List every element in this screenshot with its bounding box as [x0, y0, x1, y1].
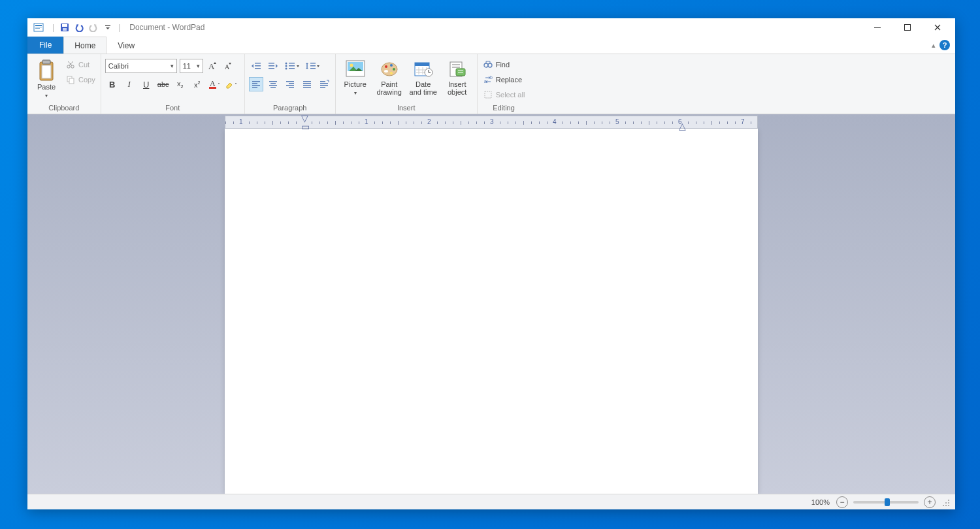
line-spacing-button[interactable] — [304, 59, 321, 73]
find-button[interactable]: Find — [482, 58, 527, 71]
align-center-button[interactable] — [266, 77, 280, 91]
application-window: | | Document - WordPad File Home View — [27, 18, 955, 509]
paragraph-dialog-button[interactable] — [317, 77, 331, 91]
svg-rect-42 — [269, 81, 277, 82]
svg-point-89 — [943, 505, 944, 506]
italic-button[interactable]: I — [122, 77, 137, 91]
insert-object-button[interactable]: Insert object — [442, 57, 473, 97]
minimize-button[interactable] — [862, 18, 892, 37]
scissors-icon — [65, 59, 76, 70]
font-name-combo[interactable]: Calibri▾ — [105, 59, 177, 73]
insert-datetime-button[interactable]: Date and time — [408, 57, 439, 97]
increase-indent-button[interactable] — [266, 59, 280, 73]
replace-button[interactable]: ab Replace — [482, 73, 527, 86]
svg-point-13 — [67, 65, 70, 68]
group-editing: Find ab Replace Select all Editing — [478, 54, 531, 114]
quick-access-toolbar: | | — [50, 21, 123, 34]
title-bar: | | Document - WordPad — [27, 18, 955, 37]
svg-point-65 — [390, 72, 393, 74]
svg-rect-3 — [35, 28, 40, 29]
undo-button[interactable] — [73, 21, 86, 34]
svg-point-90 — [945, 505, 947, 506]
font-name-value: Calibri — [108, 62, 129, 70]
shrink-font-button[interactable]: A — [221, 59, 235, 73]
selectall-icon — [483, 89, 493, 100]
svg-rect-57 — [320, 87, 325, 88]
strikethrough-button[interactable]: abc — [156, 77, 171, 91]
svg-rect-37 — [310, 68, 316, 69]
svg-text:a: a — [484, 79, 487, 84]
ruler[interactable]: 11234567 ▽ ▭ △ — [225, 116, 758, 129]
zoom-slider[interactable] — [853, 501, 919, 504]
customize-qat-button[interactable] — [101, 21, 114, 34]
insert-paint-button[interactable]: Paint drawing — [374, 57, 405, 97]
bold-button[interactable]: B — [105, 77, 120, 91]
close-button[interactable] — [923, 18, 953, 37]
svg-point-62 — [385, 65, 387, 68]
svg-rect-9 — [905, 25, 911, 31]
group-font-label: Font — [105, 104, 240, 114]
svg-rect-45 — [270, 87, 276, 88]
tab-home[interactable]: Home — [63, 37, 106, 54]
help-button[interactable]: ? — [939, 40, 950, 50]
svg-rect-16 — [69, 78, 74, 84]
svg-text:A: A — [208, 61, 215, 71]
zoom-out-button[interactable]: − — [836, 496, 848, 508]
right-indent-marker[interactable]: △ — [679, 121, 686, 131]
decrease-indent-button[interactable] — [249, 59, 263, 73]
superscript-button[interactable]: x2 — [190, 77, 204, 91]
svg-rect-26 — [269, 68, 274, 69]
svg-text:A: A — [225, 63, 230, 71]
insert-picture-button[interactable]: Picture▾ — [340, 57, 371, 98]
underline-button[interactable]: U — [139, 77, 154, 91]
zoom-slider-thumb[interactable] — [885, 498, 890, 506]
justify-button[interactable] — [300, 77, 314, 91]
group-clipboard: Paste▾ Cut Copy Clipboard — [27, 54, 101, 114]
select-all-button[interactable]: Select all — [482, 88, 527, 101]
svg-rect-48 — [286, 85, 294, 86]
copy-button[interactable]: Copy — [64, 73, 97, 86]
tab-file[interactable]: File — [27, 37, 63, 54]
redo-button[interactable] — [87, 21, 100, 34]
subscript-button[interactable]: x2 — [173, 77, 188, 91]
svg-rect-40 — [252, 85, 260, 86]
svg-point-91 — [948, 505, 949, 506]
paste-button[interactable]: Paste▾ — [31, 57, 61, 101]
svg-rect-51 — [303, 83, 311, 84]
align-right-button[interactable] — [283, 77, 297, 91]
tab-view[interactable]: View — [106, 37, 146, 54]
svg-rect-44 — [269, 85, 277, 86]
font-size-value: 11 — [183, 62, 191, 70]
svg-rect-78 — [452, 64, 460, 65]
datetime-label: Date and time — [409, 80, 438, 96]
group-paragraph-label: Paragraph — [249, 104, 331, 114]
maximize-button[interactable] — [892, 18, 923, 37]
svg-rect-20 — [209, 87, 216, 89]
font-size-combo[interactable]: 11▾ — [180, 59, 203, 73]
svg-rect-24 — [269, 63, 274, 64]
indent-marker-bottom[interactable]: ▭ — [301, 121, 310, 132]
replace-label: Replace — [496, 76, 522, 84]
collapse-ribbon-button[interactable]: ▴ — [932, 41, 936, 50]
font-color-button[interactable]: A — [207, 77, 221, 91]
bullets-button[interactable] — [283, 59, 301, 73]
save-button[interactable] — [58, 21, 71, 34]
cut-label: Cut — [78, 61, 90, 69]
highlight-button[interactable] — [224, 77, 238, 91]
group-paragraph: Paragraph — [245, 54, 336, 114]
svg-point-60 — [350, 64, 353, 67]
svg-rect-55 — [320, 83, 328, 84]
document-page[interactable] — [225, 129, 758, 494]
svg-point-63 — [390, 64, 393, 67]
svg-point-82 — [488, 63, 492, 67]
grow-font-button[interactable]: A — [206, 59, 219, 73]
cut-button[interactable]: Cut — [64, 58, 97, 71]
zoom-in-button[interactable]: + — [924, 496, 936, 508]
align-left-button[interactable] — [249, 77, 263, 91]
paste-label: Paste — [37, 83, 56, 91]
svg-rect-52 — [303, 85, 311, 86]
resize-grip[interactable] — [941, 498, 950, 507]
svg-text:b: b — [490, 75, 493, 80]
app-icon — [33, 22, 44, 33]
group-insert-label: Insert — [340, 104, 473, 114]
